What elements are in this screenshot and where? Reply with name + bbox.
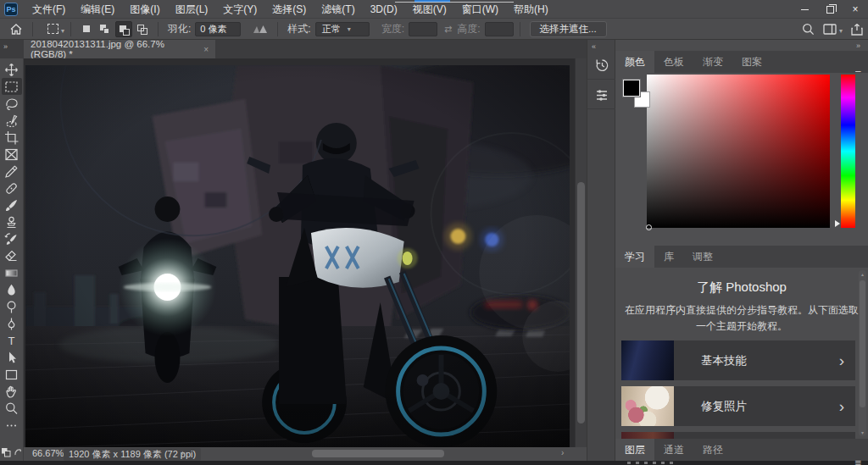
swap-dimensions-button[interactable]: ⇄ <box>444 24 452 35</box>
horizontal-scrollbar-thumb[interactable] <box>312 450 444 457</box>
pen-tool[interactable] <box>2 315 22 332</box>
menu-file[interactable]: 文件(F) <box>25 0 73 19</box>
tab-channels[interactable]: 通道 <box>654 439 693 461</box>
zoom-tool[interactable] <box>2 400 22 417</box>
tab-patterns[interactable]: 图案 <box>732 51 771 73</box>
lasso-tool[interactable] <box>2 95 22 112</box>
tab-layers[interactable]: 图层 <box>615 439 654 461</box>
layers-panel-peek <box>627 462 675 464</box>
crop-tool[interactable] <box>2 129 22 146</box>
tab-color[interactable]: 颜色 <box>615 51 654 73</box>
quick-selection-tool[interactable] <box>2 112 22 129</box>
dock-collapse-button[interactable]: « <box>592 42 595 51</box>
select-and-mask-button[interactable]: 选择并遮住... <box>530 21 607 37</box>
chevron-down-icon: ▾ <box>839 27 843 35</box>
document-image[interactable] <box>25 65 570 447</box>
tutorial-label: 基本技能 <box>701 353 747 368</box>
home-button[interactable] <box>6 23 26 36</box>
menu-image[interactable]: 图像(I) <box>122 0 167 19</box>
history-panel-button[interactable] <box>587 51 616 80</box>
path-selection-tool[interactable] <box>2 349 22 366</box>
tab-close-icon[interactable]: × <box>203 45 209 54</box>
style-select[interactable]: 正常 ▾ <box>315 22 370 36</box>
menu-bar: Ps 文件(F) 编辑(E) 图像(I) 图层(L) 文字(Y) 选择(S) 滤… <box>0 0 868 19</box>
minimize-button[interactable] <box>792 0 817 19</box>
scroll-down-icon[interactable]: ▾ <box>859 429 866 435</box>
properties-panel-button[interactable] <box>587 80 616 109</box>
tab-learn[interactable]: 学习 <box>615 246 654 268</box>
divider <box>70 22 71 36</box>
history-brush-tool[interactable] <box>2 230 22 247</box>
tutorial-card-basic-skills[interactable]: 基本技能 › <box>621 340 855 380</box>
frame-tool[interactable] <box>2 146 22 163</box>
learn-scrollbar-thumb[interactable] <box>860 280 865 407</box>
eyedropper-tool[interactable] <box>2 163 22 180</box>
restore-button[interactable] <box>817 0 843 19</box>
rectangle-tool[interactable] <box>2 366 22 383</box>
spot-healing-brush-tool[interactable] <box>2 180 22 197</box>
search-icon[interactable] <box>802 23 815 36</box>
saturation-brightness-field[interactable] <box>647 75 830 228</box>
edit-toolbar-button[interactable] <box>2 417 22 434</box>
color-field-cursor[interactable] <box>646 224 652 230</box>
minimize-icon <box>801 9 809 10</box>
learn-description: 在应用程序内直接提供的分步指导教程。从下面选取一个主题开始教程。 <box>625 302 859 334</box>
add-to-selection-button[interactable] <box>97 21 114 37</box>
workspace-switcher-button[interactable]: ▾ <box>823 24 843 35</box>
type-tool[interactable]: T <box>2 332 22 349</box>
vertical-scrollbar[interactable] <box>575 58 587 447</box>
foreground-color-swatch[interactable] <box>623 80 640 97</box>
menu-edit[interactable]: 编辑(E) <box>73 0 122 19</box>
move-tool[interactable] <box>2 61 22 78</box>
menu-window[interactable]: 窗口(W) <box>454 0 506 19</box>
menu-layer[interactable]: 图层(L) <box>168 0 216 19</box>
menu-filter[interactable]: 滤镜(T) <box>314 0 362 19</box>
tab-gradients[interactable]: 渐变 <box>693 51 732 73</box>
close-button[interactable]: × <box>843 0 868 19</box>
zoom-level-field[interactable]: 66.67% <box>32 448 64 458</box>
anti-alias-icon[interactable] <box>249 24 271 34</box>
menu-view[interactable]: 视图(V) <box>405 0 454 19</box>
hue-slider[interactable] <box>841 75 855 228</box>
height-input[interactable] <box>485 22 514 36</box>
vertical-scrollbar-thumb[interactable] <box>577 182 585 423</box>
scroll-up-icon[interactable]: ▴ <box>859 271 866 277</box>
tab-swatches[interactable]: 色板 <box>654 51 693 73</box>
foreground-background-swatches[interactable] <box>1 447 11 457</box>
feather-input[interactable]: 0 像素 <box>195 22 241 36</box>
tool-preset-button[interactable]: ▾ <box>39 24 64 35</box>
scroll-right-chevron[interactable]: › <box>561 448 564 457</box>
dock-expand-button[interactable]: » <box>856 42 860 50</box>
new-selection-button[interactable] <box>78 21 95 37</box>
menu-type[interactable]: 文字(Y) <box>215 0 264 19</box>
tutorial-card-photo-repair[interactable]: 修复照片 › <box>621 386 855 426</box>
motorcycle-night-photo <box>25 65 570 447</box>
switch-colors-icon[interactable] <box>14 448 23 457</box>
tools-expand-button[interactable]: » <box>3 42 7 51</box>
brush-tool[interactable] <box>2 197 22 213</box>
hand-tool[interactable] <box>2 383 22 400</box>
status-options-chevron[interactable]: › <box>181 448 184 457</box>
intersect-selection-button[interactable] <box>134 21 151 37</box>
menu-help[interactable]: 帮助(H) <box>506 0 556 19</box>
canvas-area[interactable] <box>24 58 575 447</box>
menu-3d[interactable]: 3D(D) <box>363 0 405 19</box>
tab-libraries[interactable]: 库 <box>654 246 683 268</box>
gradient-tool[interactable] <box>2 264 22 281</box>
rectangular-marquee-tool[interactable] <box>2 78 22 95</box>
subtract-from-selection-button[interactable] <box>115 21 132 37</box>
history-icon <box>594 58 609 73</box>
tutorial-card-partial[interactable] <box>621 432 855 439</box>
width-input[interactable] <box>409 22 437 36</box>
dodge-tool[interactable] <box>2 298 22 315</box>
share-icon[interactable] <box>851 23 863 36</box>
eraser-tool[interactable] <box>2 247 22 264</box>
document-tab[interactable]: 20180420131311.jpg @ 66.7%(RGB/8) * × <box>24 40 215 58</box>
tab-adjustments[interactable]: 调整 <box>683 246 722 268</box>
clone-stamp-tool[interactable] <box>2 213 22 230</box>
menu-select[interactable]: 选择(S) <box>264 0 314 19</box>
tab-paths[interactable]: 路径 <box>693 439 732 461</box>
hue-slider-pointer[interactable] <box>835 220 840 227</box>
learn-scrollbar[interactable]: ▴ ▾ <box>859 270 866 436</box>
blur-tool[interactable] <box>2 281 22 298</box>
